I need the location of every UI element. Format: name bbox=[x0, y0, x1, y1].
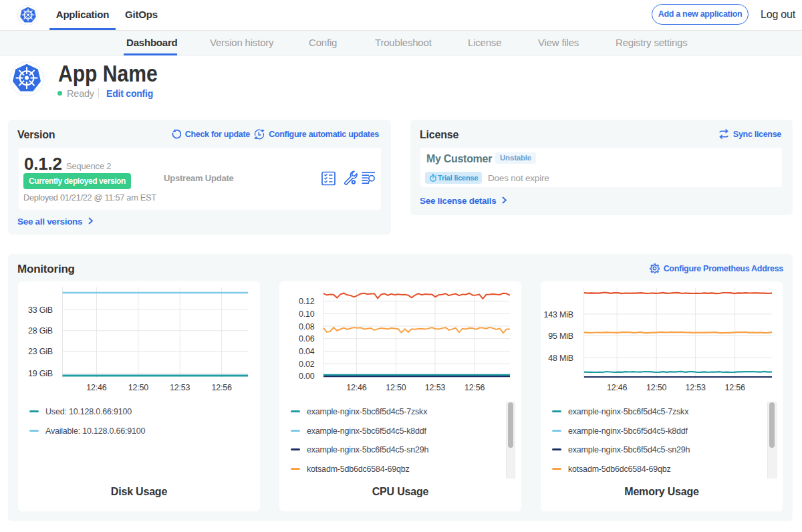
svg-text:12:46: 12:46 bbox=[86, 383, 107, 392]
svg-text:0.04: 0.04 bbox=[299, 347, 315, 356]
svg-text:12:53: 12:53 bbox=[686, 383, 706, 392]
svg-text:12:56: 12:56 bbox=[211, 383, 232, 392]
svg-text:23 GiB: 23 GiB bbox=[28, 347, 53, 356]
svg-text:12:46: 12:46 bbox=[607, 383, 628, 392]
svg-text:143 MiB: 143 MiB bbox=[544, 310, 573, 319]
svg-text:19 GiB: 19 GiB bbox=[28, 369, 53, 378]
svg-text:12:50: 12:50 bbox=[646, 383, 667, 392]
svg-text:12:56: 12:56 bbox=[725, 383, 746, 392]
svg-text:12:56: 12:56 bbox=[464, 383, 485, 392]
svg-text:28 GiB: 28 GiB bbox=[28, 326, 53, 336]
svg-text:0.02: 0.02 bbox=[299, 360, 315, 369]
svg-text:48 MiB: 48 MiB bbox=[548, 354, 573, 363]
svg-text:95 MiB: 95 MiB bbox=[548, 331, 573, 341]
svg-text:0.06: 0.06 bbox=[299, 334, 315, 344]
svg-text:0.08: 0.08 bbox=[299, 322, 315, 331]
svg-text:0.00: 0.00 bbox=[299, 372, 315, 381]
svg-text:33 GiB: 33 GiB bbox=[28, 305, 53, 315]
svg-text:0.10: 0.10 bbox=[299, 309, 315, 319]
svg-text:12:50: 12:50 bbox=[128, 383, 149, 392]
svg-text:12:53: 12:53 bbox=[425, 383, 446, 392]
svg-text:12:50: 12:50 bbox=[386, 383, 406, 392]
svg-text:12:46: 12:46 bbox=[346, 383, 367, 392]
svg-text:12:53: 12:53 bbox=[170, 383, 190, 392]
svg-text:0.12: 0.12 bbox=[299, 297, 315, 306]
